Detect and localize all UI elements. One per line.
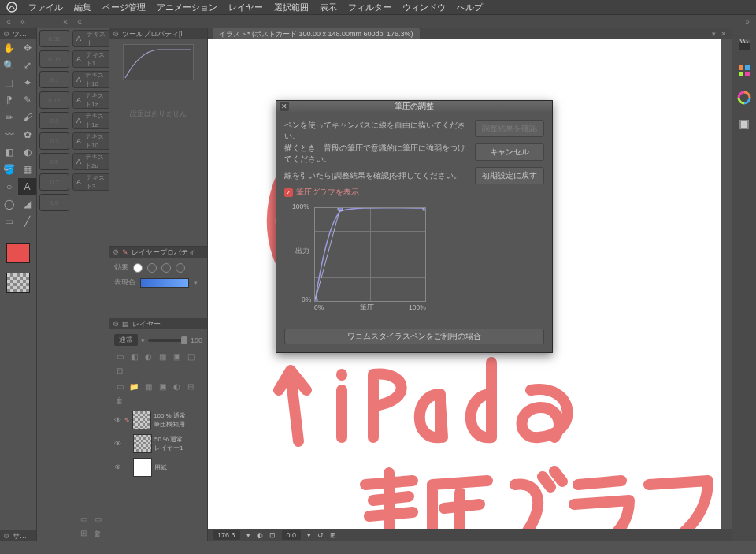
layer-tool-icon[interactable]: ◫	[185, 351, 196, 362]
menu-edit[interactable]: 編集	[74, 2, 91, 13]
dropdown-icon[interactable]: ▾	[307, 531, 311, 539]
tool-icon[interactable]: ▭	[78, 513, 89, 524]
menu-window[interactable]: ウィンドウ	[402, 2, 446, 13]
trash-icon[interactable]: 🗑	[92, 527, 103, 538]
tool-airbrush[interactable]: 〰	[0, 126, 18, 143]
menu-help[interactable]: ヘルプ	[457, 2, 483, 13]
gear-icon[interactable]: ⚙	[113, 248, 119, 256]
layer-row[interactable]: 👁 ✎ 100 % 通常筆圧検知用	[113, 409, 204, 431]
color-set-icon[interactable]	[736, 63, 752, 79]
chevron-left-icon[interactable]: «	[3, 16, 14, 27]
eye-icon[interactable]: 👁	[114, 463, 122, 471]
tool-wand[interactable]: ✦	[18, 74, 36, 91]
size-swatch[interactable]: 0.5	[39, 153, 69, 170]
canvas[interactable]: ✕ 筆圧の調整 ペンを使ってキャンバスに線を自由に描いてください。 描くとき、普…	[208, 39, 721, 529]
blend-mode[interactable]: 通常	[114, 334, 138, 346]
tool-brush[interactable]: 🖌	[18, 109, 36, 126]
tool-icon[interactable]: ⊞	[78, 527, 89, 538]
subtool-item[interactable]: Aテキスト1	[72, 50, 112, 68]
menu-file[interactable]: ファイル	[28, 2, 63, 13]
tool-pencil[interactable]: ✏	[0, 109, 18, 126]
size-swatch[interactable]: 0.3	[39, 132, 69, 150]
reset-button[interactable]: 初期設定に戻す	[475, 167, 544, 184]
dropdown-icon[interactable]: ▾	[194, 279, 198, 287]
mini-curve-graph[interactable]	[123, 44, 194, 80]
layer-row[interactable]: 👁 用紙	[113, 456, 204, 478]
chevron-right-icon[interactable]: »	[742, 16, 753, 27]
status-icon[interactable]: ⊡	[269, 531, 276, 539]
cancel-button[interactable]: キャンセル	[475, 143, 544, 161]
radio-off[interactable]	[176, 263, 185, 273]
tool-frame[interactable]: ▭	[0, 213, 18, 230]
layer-tool-icon[interactable]: ▣	[157, 381, 168, 392]
menu-animation[interactable]: アニメーション	[157, 2, 217, 13]
chevron-left-icon[interactable]: «	[60, 16, 71, 27]
status-icon[interactable]: ◐	[257, 531, 263, 539]
subtool-item[interactable]: Aテキスト	[72, 30, 112, 47]
layer-tool-icon[interactable]: ▦	[143, 381, 154, 392]
size-swatch[interactable]: 0.05	[39, 50, 69, 68]
angle-value[interactable]: 0.0	[282, 530, 302, 540]
gear-icon[interactable]: ⚙	[113, 30, 119, 38]
clapper-icon[interactable]	[736, 36, 752, 52]
menu-filter[interactable]: フィルター	[348, 2, 391, 13]
layer-row[interactable]: 👁 50 % 通常レイヤー1	[113, 433, 204, 455]
tool-pen[interactable]: ✎	[18, 91, 36, 109]
color-wheel-icon[interactable]	[736, 90, 752, 106]
size-swatch[interactable]: 0.1	[39, 71, 69, 88]
layer-tool-icon[interactable]: ⊡	[114, 365, 125, 376]
gear-icon[interactable]: ⚙	[3, 532, 9, 540]
show-graph-checkbox[interactable]: ✓ 筆圧グラフを表示	[284, 188, 469, 198]
tool-eraser[interactable]: ◧	[0, 143, 18, 161]
tool-gradient[interactable]: ▦	[18, 161, 36, 178]
layer-tool-icon[interactable]: ◐	[171, 381, 182, 392]
layer-tool-icon[interactable]: ▭	[114, 351, 125, 362]
tool-deco[interactable]: ✿	[18, 126, 36, 143]
dropdown-icon[interactable]: ▾	[246, 531, 250, 539]
radio-off[interactable]	[147, 263, 157, 273]
new-layer-icon[interactable]: ▭	[114, 381, 125, 392]
tool-shape[interactable]: ○	[0, 178, 18, 195]
gear-icon[interactable]: ⚙	[3, 30, 9, 38]
tool-eyedrop[interactable]: ⁋	[0, 91, 18, 109]
tool-balloon[interactable]: ◯	[0, 195, 18, 213]
confirm-button[interactable]: 調整結果を確認	[475, 120, 544, 137]
background-color[interactable]	[6, 273, 30, 293]
size-swatch[interactable]: 1.0	[39, 194, 69, 211]
wacom-button[interactable]: ワコムスタイラスペンをご利用の場合	[284, 329, 544, 344]
tool-icon[interactable]: ▭	[92, 513, 103, 524]
tool-grab[interactable]: ⤢	[18, 57, 36, 74]
tool-move[interactable]: ✥	[18, 39, 36, 57]
dropdown-icon[interactable]: ▾	[141, 336, 145, 344]
size-swatch[interactable]: 0.2	[39, 112, 69, 129]
status-icon[interactable]: ↺	[317, 531, 324, 539]
eye-icon[interactable]: 👁	[114, 440, 122, 448]
size-swatch[interactable]: 0.01	[39, 30, 69, 47]
tool-text[interactable]: A	[18, 178, 36, 195]
close-icon[interactable]: ✕	[721, 30, 727, 38]
subtool-item[interactable]: Aテキスト10	[72, 132, 112, 150]
layer-tool-icon[interactable]: ▣	[171, 351, 182, 362]
tool-ruler[interactable]: ◢	[18, 195, 36, 213]
close-icon[interactable]: ✕	[280, 102, 289, 111]
subtool-item[interactable]: Aテキスト1z	[72, 112, 112, 129]
subtool-item[interactable]: Aテキスト1z	[72, 91, 112, 109]
opacity-slider[interactable]	[148, 339, 187, 342]
chevron-left-icon[interactable]: «	[17, 16, 28, 27]
tool-blend[interactable]: ◐	[18, 143, 36, 161]
material-icon[interactable]	[736, 117, 752, 132]
color-mode-bar[interactable]	[140, 278, 189, 288]
document-tab[interactable]: イラスト* (ポストカード 100.00 x 148.00mm 600dpi 1…	[213, 28, 420, 40]
subtool-item[interactable]: Aテキスト2u	[72, 153, 112, 170]
layer-tool-icon[interactable]: ◐	[143, 351, 154, 362]
layer-tool-icon[interactable]: ◧	[128, 351, 139, 362]
size-swatch[interactable]: 0.7	[39, 173, 69, 191]
status-icon[interactable]: ⊞	[330, 531, 336, 539]
dialog-titlebar[interactable]: ✕ 筆圧の調整	[276, 101, 552, 112]
radio-off[interactable]	[161, 263, 171, 273]
tool-hand[interactable]: ✋	[0, 39, 18, 57]
menu-page[interactable]: ページ管理	[102, 2, 146, 13]
menu-layer[interactable]: レイヤー	[228, 2, 263, 13]
trash-icon[interactable]: 🗑	[114, 395, 125, 406]
radio-on[interactable]	[133, 263, 143, 273]
